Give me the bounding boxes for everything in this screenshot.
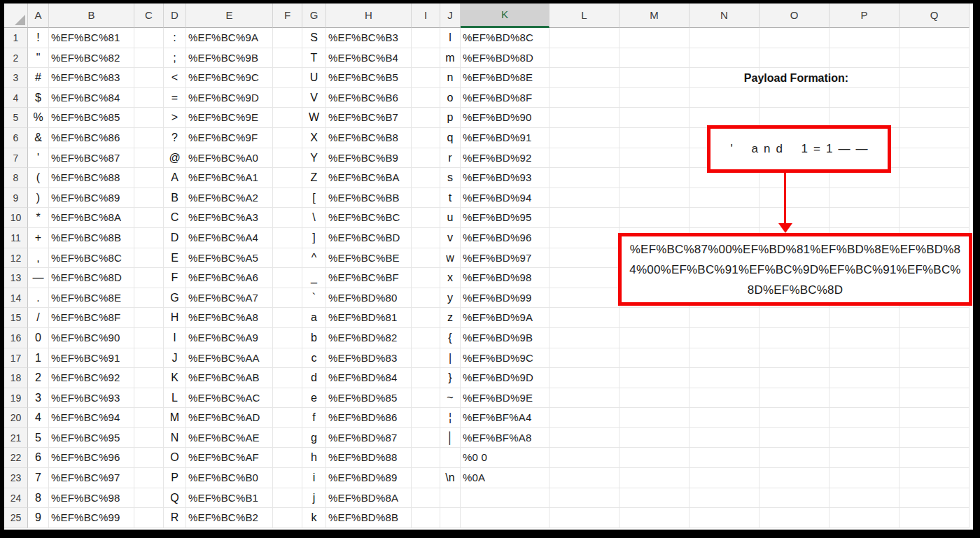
cell-E15[interactable]: %EF%BC%A8 (186, 308, 273, 328)
cell-A10[interactable]: * (28, 208, 49, 228)
cell-B20[interactable]: %EF%BC%94 (49, 408, 134, 428)
cell-M10[interactable] (620, 208, 690, 228)
cell-M21[interactable] (620, 428, 690, 448)
cell-H23[interactable]: %EF%BD%89 (326, 468, 412, 488)
cell-Q19[interactable] (899, 388, 969, 409)
cell-H15[interactable]: %EF%BD%81 (326, 308, 412, 328)
cell-B15[interactable]: %EF%BC%8F (49, 308, 134, 328)
cell-H18[interactable]: %EF%BD%84 (326, 368, 412, 388)
cell-A20[interactable]: 4 (28, 408, 49, 428)
cell-D24[interactable]: Q (164, 488, 186, 509)
cell-D25[interactable]: R (164, 508, 186, 528)
cell-C22[interactable] (134, 448, 164, 468)
cell-H12[interactable]: %EF%BC%BE (326, 248, 412, 269)
row-header-4[interactable]: 4 (4, 88, 28, 108)
cell-E7[interactable]: %EF%BC%A0 (186, 148, 273, 169)
cell-Q15[interactable] (899, 308, 969, 328)
cell-A22[interactable]: 6 (28, 448, 49, 468)
cell-K15[interactable]: %EF%BD%9A (461, 308, 550, 328)
cell-I14[interactable] (412, 288, 440, 309)
cell-A8[interactable]: ( (28, 168, 49, 188)
cell-K21[interactable]: %EF%BF%A8 (461, 428, 550, 448)
cell-C14[interactable] (134, 288, 164, 309)
row-header-17[interactable]: 17 (4, 348, 28, 369)
cell-L25[interactable] (550, 508, 620, 528)
cell-I17[interactable] (412, 348, 440, 369)
cell-K10[interactable]: %EF%BD%95 (461, 208, 550, 228)
cell-N25[interactable] (690, 508, 760, 528)
cell-L16[interactable] (550, 328, 620, 348)
cell-F12[interactable] (273, 248, 302, 269)
payload-encoded-box[interactable]: %EF%BC%87%00%EF%BD%81%EF%BD%8E%EF%BD%8 4… (618, 233, 972, 306)
cell-J13[interactable]: x (440, 268, 461, 288)
cell-J5[interactable]: p (440, 108, 461, 128)
cell-M16[interactable] (620, 328, 690, 348)
cell-J4[interactable]: o (440, 88, 461, 108)
row-header-18[interactable]: 18 (4, 368, 28, 388)
cell-G7[interactable]: Y (302, 148, 326, 169)
cell-B16[interactable]: %EF%BC%90 (49, 328, 134, 348)
cell-G3[interactable]: U (302, 68, 326, 88)
cell-J8[interactable]: s (440, 168, 461, 188)
cell-P20[interactable] (830, 408, 899, 428)
cell-A14[interactable]: . (28, 288, 49, 309)
cell-C3[interactable] (134, 68, 164, 88)
cell-J16[interactable]: { (440, 328, 461, 348)
cell-N17[interactable] (690, 348, 760, 369)
cell-L17[interactable] (550, 348, 620, 369)
cell-B18[interactable]: %EF%BC%92 (49, 368, 134, 388)
cell-N10[interactable] (690, 208, 760, 228)
cell-L18[interactable] (550, 368, 620, 388)
cell-D11[interactable]: D (164, 228, 186, 248)
cell-D7[interactable]: @ (164, 148, 186, 169)
cell-I8[interactable] (412, 168, 440, 188)
cell-G8[interactable]: Z (302, 168, 326, 188)
cell-H1[interactable]: %EF%BC%B3 (326, 28, 412, 48)
cell-F1[interactable] (273, 28, 302, 48)
row-header-6[interactable]: 6 (4, 128, 28, 148)
cell-I21[interactable] (412, 428, 440, 448)
cell-C1[interactable] (134, 28, 164, 48)
cell-K5[interactable]: %EF%BD%90 (461, 108, 550, 128)
cell-F19[interactable] (273, 388, 302, 409)
cell-G25[interactable]: k (302, 508, 326, 528)
cell-A19[interactable]: 3 (28, 388, 49, 409)
cell-F4[interactable] (273, 88, 302, 108)
cell-G20[interactable]: f (302, 408, 326, 428)
cell-M24[interactable] (620, 488, 690, 509)
column-header-H[interactable]: H (326, 3, 412, 28)
cell-E25[interactable]: %EF%BC%B2 (186, 508, 273, 528)
cell-D1[interactable]: : (164, 28, 186, 48)
cell-G6[interactable]: X (302, 128, 326, 148)
cell-E1[interactable]: %EF%BC%9A (186, 28, 273, 48)
cell-B8[interactable]: %EF%BC%88 (49, 168, 134, 188)
cell-J22[interactable] (440, 448, 461, 468)
cell-P17[interactable] (830, 348, 899, 369)
cell-E19[interactable]: %EF%BC%AC (186, 388, 273, 409)
row-header-8[interactable]: 8 (4, 168, 28, 188)
cell-G4[interactable]: V (302, 88, 326, 108)
cell-A7[interactable]: ' (28, 148, 49, 169)
cell-L19[interactable] (550, 388, 620, 409)
cell-D16[interactable]: I (164, 328, 186, 348)
cell-P22[interactable] (830, 448, 899, 468)
row-header-12[interactable]: 12 (4, 248, 28, 269)
row-header-5[interactable]: 5 (4, 108, 28, 128)
cell-A12[interactable]: , (28, 248, 49, 269)
cell-H4[interactable]: %EF%BC%B6 (326, 88, 412, 108)
cell-K6[interactable]: %EF%BD%91 (461, 128, 550, 148)
cell-J20[interactable]: ¦ (440, 408, 461, 428)
cell-Q23[interactable] (899, 468, 969, 488)
cell-G23[interactable]: i (302, 468, 326, 488)
cell-O20[interactable] (760, 408, 830, 428)
cell-H10[interactable]: %EF%BC%BC (326, 208, 412, 228)
cell-J12[interactable]: w (440, 248, 461, 269)
cell-M5[interactable] (620, 108, 690, 128)
cell-A11[interactable]: + (28, 228, 49, 248)
column-header-J[interactable]: J (440, 3, 461, 28)
cell-A24[interactable]: 8 (28, 488, 49, 509)
cell-C16[interactable] (134, 328, 164, 348)
cell-I3[interactable] (412, 68, 440, 88)
cell-F22[interactable] (273, 448, 302, 468)
cell-D9[interactable]: B (164, 188, 186, 208)
